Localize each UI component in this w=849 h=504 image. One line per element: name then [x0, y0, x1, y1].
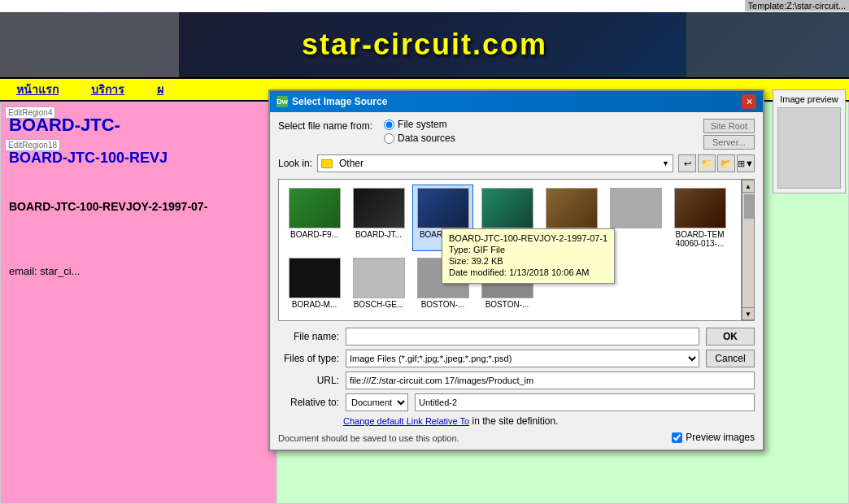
look-in-value: Other	[339, 158, 364, 169]
url-label: URL:	[278, 375, 339, 386]
tooltip-filename: BOARD-JTC-100-REVJOY-2-1997-07-1	[449, 233, 607, 243]
filetype-select[interactable]: Image Files (*.gif;*.jpg;*.jpeg;*.png;*.…	[346, 350, 699, 367]
radio-datasources-label: Data sources	[398, 133, 455, 144]
dialog-close-button[interactable]: ✕	[742, 94, 756, 109]
toolbar-up-button[interactable]: 📁	[698, 154, 716, 172]
preview-images-checkbox[interactable]	[672, 432, 682, 443]
view-icon: ⊞▼	[738, 159, 754, 169]
ok-button[interactable]: OK	[706, 328, 755, 345]
filename-row: File name: OK	[278, 328, 755, 345]
file-item-name: BORAD-M...	[292, 300, 337, 309]
tooltip-type: Type: GIF File	[449, 245, 607, 254]
toolbar-new-folder-button[interactable]: 📂	[717, 154, 735, 172]
template-path: Template:Z:\star-circuit...	[745, 0, 849, 11]
radio-group: File system Data sources	[384, 119, 455, 144]
radio-filesystem-row: File system	[384, 119, 455, 130]
dialog-titlebar: Dw Select Image Source ✕	[270, 91, 763, 112]
template-text: Template:Z:\star-circuit...	[748, 1, 846, 11]
radio-datasources-row: Data sources	[384, 133, 455, 144]
tooltip-size: Size: 39.2 KB	[449, 256, 607, 266]
bottom-row: Document should be saved to use this opt…	[278, 430, 755, 443]
dw-app-icon: Dw	[276, 96, 288, 107]
site-root-button[interactable]: Site Root	[703, 119, 755, 133]
src-buttons: Site Root Server...	[703, 119, 755, 150]
file-thumbnail	[353, 258, 405, 298]
toolbar-back-button[interactable]: ↩	[678, 154, 696, 172]
folder-icon	[321, 159, 333, 168]
look-in-dropdown[interactable]: Other ▼	[317, 154, 673, 172]
look-in-row: Look in: Other ▼ ↩ 📁 📂 ⊞▼	[278, 154, 755, 172]
image-preview-label: Image preview	[777, 94, 841, 104]
board-title-3: BOARD-JTC-100-REVJOY-2-1997-07-	[9, 200, 207, 213]
file-thumbnail	[546, 188, 598, 228]
file-thumbnail	[417, 188, 469, 228]
preview-images-row: Preview images	[672, 432, 755, 443]
bottom-text: Document should be saved to use this opt…	[278, 433, 459, 443]
dialog-title-container: Dw Select Image Source	[276, 96, 387, 107]
file-thumbnail	[674, 188, 726, 228]
tooltip-modified: Date modified: 1/13/2018 10:06 AM	[449, 267, 607, 277]
file-thumbnail	[289, 258, 341, 298]
preview-images-label: Preview images	[686, 432, 755, 443]
file-thumbnail	[610, 188, 662, 228]
nav-item-other[interactable]: ผ	[157, 80, 163, 98]
file-thumbnail	[481, 188, 533, 228]
file-thumbnail	[353, 188, 405, 228]
file-item-name: BOARD-JT...	[355, 230, 402, 239]
file-thumbnail	[289, 188, 341, 228]
relative-to-select[interactable]: Document	[346, 393, 408, 411]
file-browser: BOARD-F9... BOARD-JT... BOARD-JT... BOAR…	[278, 179, 755, 321]
file-tooltip: BOARD-JTC-100-REVJOY-2-1997-07-1 Type: G…	[442, 228, 615, 284]
image-preview-panel: Image preview	[773, 89, 846, 193]
relative-to-row: Relative to: Document Untitled-2	[278, 393, 755, 411]
file-item[interactable]: BORAD-M...	[284, 254, 345, 312]
file-list-scrollbar[interactable]: ▲ ▼	[742, 179, 755, 321]
change-link-row: Change default Link Relative To in the s…	[278, 415, 755, 427]
file-item-name: BOARD-F9...	[290, 230, 338, 239]
url-input[interactable]	[346, 371, 755, 389]
file-item[interactable]: BOSCH-GE...	[348, 254, 409, 312]
image-preview-box	[777, 107, 841, 189]
change-default-link[interactable]: Change default Link Relative To	[343, 416, 469, 426]
filetype-row: Files of type: Image Files (*.gif;*.jpg;…	[278, 350, 755, 367]
radio-datasources[interactable]	[384, 133, 394, 144]
radio-filesystem[interactable]	[384, 119, 394, 130]
file-list: BOARD-F9... BOARD-JT... BOARD-JT... BOAR…	[278, 179, 742, 321]
url-row: URL:	[278, 371, 755, 389]
change-text: in the site definition.	[472, 415, 558, 427]
file-item-name: BOSCH-GE...	[354, 300, 404, 309]
scroll-thumb[interactable]	[744, 194, 754, 219]
cancel-button[interactable]: Cancel	[706, 350, 755, 367]
look-in-label: Look in:	[278, 158, 312, 169]
filetype-label: Files of type:	[278, 353, 339, 364]
file-item-name: BOARD-TEM 40060-013-...	[673, 230, 727, 248]
server-button[interactable]: Server...	[703, 135, 755, 150]
filename-input[interactable]	[346, 328, 699, 345]
file-item[interactable]: BOARD-F9...	[284, 185, 345, 251]
back-icon: ↩	[684, 159, 691, 169]
nav-item-home[interactable]: หน้าแรก	[16, 80, 59, 98]
dialog-body: Select file name from: File system Data …	[270, 112, 763, 450]
email-text: email: star_ci...	[9, 265, 80, 277]
scroll-up-arrow[interactable]: ▲	[742, 180, 755, 193]
select-image-dialog: Dw Select Image Source ✕ Select file nam…	[268, 89, 764, 451]
relative-to-label: Relative to:	[278, 397, 339, 408]
relative-to-value: Untitled-2	[415, 393, 755, 411]
toolbar-view-button[interactable]: ⊞▼	[737, 154, 755, 172]
select-source-row: Select file name from: File system Data …	[278, 119, 755, 150]
up-folder-icon: 📁	[701, 159, 712, 169]
board-title-1: BOARD-JTC-	[9, 115, 120, 136]
nav-item-services[interactable]: บริการ	[91, 80, 124, 98]
file-item[interactable]: BOARD-TEM 40060-013-...	[669, 185, 730, 251]
dropdown-arrow: ▼	[662, 159, 669, 167]
site-title: star-circuit.com	[302, 28, 547, 62]
left-panel: EditRegion4 BOARD-JTC- EditRegion18 BOAR…	[0, 102, 276, 504]
file-item-name: BOSTON-...	[485, 300, 529, 309]
dialog-title-text: Select Image Source	[292, 96, 387, 107]
scroll-down-arrow[interactable]: ▼	[742, 307, 755, 320]
file-item-name: BOSTON-...	[421, 300, 465, 309]
toolbar-icons: ↩ 📁 📂 ⊞▼	[678, 154, 755, 172]
new-folder-icon: 📂	[721, 159, 732, 169]
header-banner: star-circuit.com	[0, 12, 849, 77]
file-item[interactable]: BOARD-JT...	[348, 185, 409, 251]
